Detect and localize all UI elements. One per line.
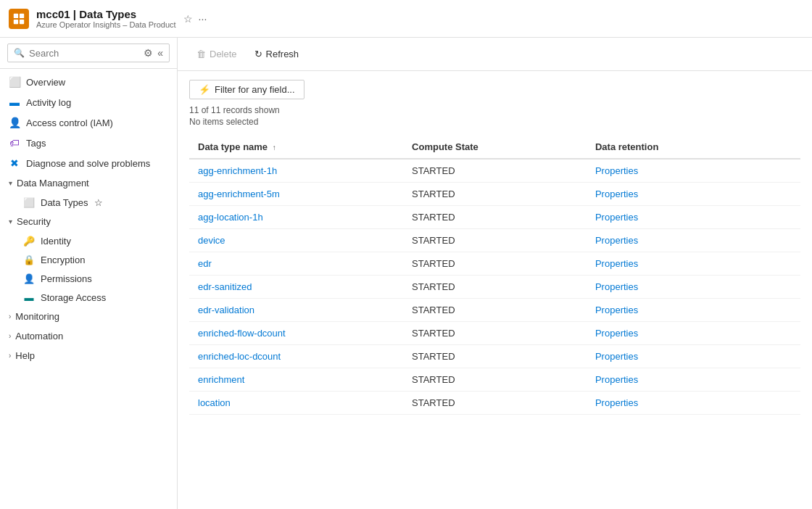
delete-icon: 🗑 xyxy=(196,49,206,59)
favorite-button[interactable]: ☆ xyxy=(183,13,193,25)
cell-data-retention: Properties xyxy=(587,276,800,299)
column-header-state: Compute State xyxy=(403,136,587,159)
cell-data-retention: Properties xyxy=(587,368,800,392)
cell-data-type-name: edr xyxy=(189,252,403,276)
sidebar-item-overview[interactable]: ⬜ Overview xyxy=(0,72,177,92)
cell-data-retention: Properties xyxy=(587,252,800,276)
cell-data-type-name: edr-validation xyxy=(189,299,403,322)
data-type-link[interactable]: location xyxy=(198,397,231,408)
cell-data-type-name: location xyxy=(189,392,403,415)
page-subtitle: Azure Operator Insights – Data Product xyxy=(36,20,176,29)
page-header: mcc01 | Data Types Azure Operator Insigh… xyxy=(0,0,812,38)
section-chevron-down-icon: ▾ xyxy=(9,218,12,225)
item-star-icon[interactable]: ☆ xyxy=(94,197,103,208)
cell-compute-state: STARTED xyxy=(403,159,587,183)
sidebar-item-label: Activity log xyxy=(26,97,168,108)
svg-rect-3 xyxy=(20,19,24,23)
data-type-link[interactable]: agg-enrichment-1h xyxy=(198,165,277,176)
sidebar-item-encryption[interactable]: 🔒 Encryption xyxy=(0,250,177,269)
identity-icon: 🔑 xyxy=(23,235,35,247)
data-type-link[interactable]: edr xyxy=(198,258,212,269)
sidebar-section-data-management[interactable]: ▾ Data Managment xyxy=(0,173,177,193)
search-box[interactable]: 🔍 ⚙ « xyxy=(7,44,170,62)
delete-label: Delete xyxy=(210,49,237,59)
properties-link[interactable]: Properties xyxy=(595,189,638,199)
sidebar-item-diagnose[interactable]: ✖ Diagnose and solve problems xyxy=(0,153,177,173)
data-types-icon: ⬜ xyxy=(23,196,35,208)
sidebar-collapse-icon[interactable]: « xyxy=(157,47,163,59)
refresh-button[interactable]: ↻ Refresh xyxy=(247,45,307,63)
properties-link[interactable]: Properties xyxy=(595,165,638,176)
data-type-link[interactable]: edr-sanitized xyxy=(198,281,252,292)
filter-button[interactable]: ⚡ Filter for any field... xyxy=(189,80,304,99)
data-type-link[interactable]: agg-enrichment-5m xyxy=(198,189,280,199)
properties-link[interactable]: Properties xyxy=(595,258,638,269)
table-row: edr-sanitizedSTARTEDProperties xyxy=(189,276,800,299)
section-chevron-right-icon: › xyxy=(9,313,11,320)
cell-data-type-name: enriched-flow-dcount xyxy=(189,322,403,345)
records-count: 11 of 11 records shown xyxy=(189,105,800,115)
properties-link[interactable]: Properties xyxy=(595,235,638,246)
sidebar-item-data-types[interactable]: ⬜ Data Types ☆ xyxy=(0,193,177,212)
sidebar-item-label: Storage Access xyxy=(41,292,106,303)
table-row: agg-location-1hSTARTEDProperties xyxy=(189,206,800,229)
cell-data-type-name: device xyxy=(189,229,403,252)
sort-asc-icon: ↑ xyxy=(273,144,276,152)
properties-link[interactable]: Properties xyxy=(595,328,638,339)
filter-label: Filter for any field... xyxy=(215,84,295,95)
properties-link[interactable]: Properties xyxy=(595,305,638,315)
search-input[interactable] xyxy=(29,48,139,59)
cell-data-retention: Properties xyxy=(587,299,800,322)
sidebar-item-access-control[interactable]: 👤 Access control (IAM) xyxy=(0,112,177,133)
header-title-group: mcc01 | Data Types Azure Operator Insigh… xyxy=(36,8,176,29)
section-label: Security xyxy=(17,216,51,227)
data-type-link[interactable]: edr-validation xyxy=(198,305,254,315)
sidebar-section-help[interactable]: › Help xyxy=(0,346,177,365)
sidebar-search-container: 🔍 ⚙ « xyxy=(0,38,177,69)
properties-link[interactable]: Properties xyxy=(595,212,638,223)
sidebar-section-automation[interactable]: › Automation xyxy=(0,326,177,346)
cell-compute-state: STARTED xyxy=(403,206,587,229)
storage-access-icon: ▬ xyxy=(23,291,35,303)
sidebar-item-label: Diagnose and solve problems xyxy=(26,158,168,169)
data-type-link[interactable]: enrichment xyxy=(198,374,244,385)
search-icon: 🔍 xyxy=(14,48,25,58)
sidebar-item-permissions[interactable]: 👤 Permissions xyxy=(0,269,177,288)
sidebar-item-activity-log[interactable]: ▬ Activity log xyxy=(0,92,177,112)
delete-button[interactable]: 🗑 Delete xyxy=(189,45,244,63)
table-row: enriched-loc-dcountSTARTEDProperties xyxy=(189,345,800,368)
app-icon xyxy=(9,9,29,29)
properties-link[interactable]: Properties xyxy=(595,281,638,292)
data-type-link[interactable]: agg-location-1h xyxy=(198,212,263,223)
data-types-table: Data type name ↑ Compute State Data rete… xyxy=(189,136,800,415)
cell-data-retention: Properties xyxy=(587,322,800,345)
properties-link[interactable]: Properties xyxy=(595,374,638,385)
cell-data-retention: Properties xyxy=(587,206,800,229)
cell-data-type-name: agg-enrichment-1h xyxy=(189,159,403,183)
cell-data-retention: Properties xyxy=(587,159,800,183)
sidebar-section-monitoring[interactable]: › Monitoring xyxy=(0,307,177,326)
sidebar-item-label: Data Types xyxy=(41,197,88,208)
cell-data-type-name: enriched-loc-dcount xyxy=(189,345,403,368)
sidebar-section-security[interactable]: ▾ Security xyxy=(0,212,177,231)
data-type-link[interactable]: enriched-flow-dcount xyxy=(198,328,286,339)
properties-link[interactable]: Properties xyxy=(595,397,638,408)
properties-link[interactable]: Properties xyxy=(595,351,638,362)
table-row: locationSTARTEDProperties xyxy=(189,392,800,415)
section-chevron-right-icon: › xyxy=(9,332,11,340)
sidebar-item-identity[interactable]: 🔑 Identity xyxy=(0,231,177,250)
sidebar-item-label: Access control (IAM) xyxy=(26,117,168,128)
column-header-retention: Data retention xyxy=(587,136,800,159)
more-options-button[interactable]: ··· xyxy=(199,13,207,25)
section-label: Monitoring xyxy=(15,311,59,322)
sidebar-item-tags[interactable]: 🏷 Tags xyxy=(0,133,177,153)
main-content: 🗑 Delete ↻ Refresh ⚡ Filter for any fiel… xyxy=(178,38,812,509)
filter-bar: ⚡ Filter for any field... xyxy=(189,80,800,99)
sidebar-item-label: Encryption xyxy=(41,255,85,265)
search-settings-icon[interactable]: ⚙ xyxy=(144,47,153,59)
data-type-link[interactable]: device xyxy=(198,235,225,246)
sidebar-item-storage-access[interactable]: ▬ Storage Access xyxy=(0,288,177,307)
svg-rect-1 xyxy=(20,13,24,17)
tags-icon: 🏷 xyxy=(9,137,20,149)
data-type-link[interactable]: enriched-loc-dcount xyxy=(198,351,281,362)
